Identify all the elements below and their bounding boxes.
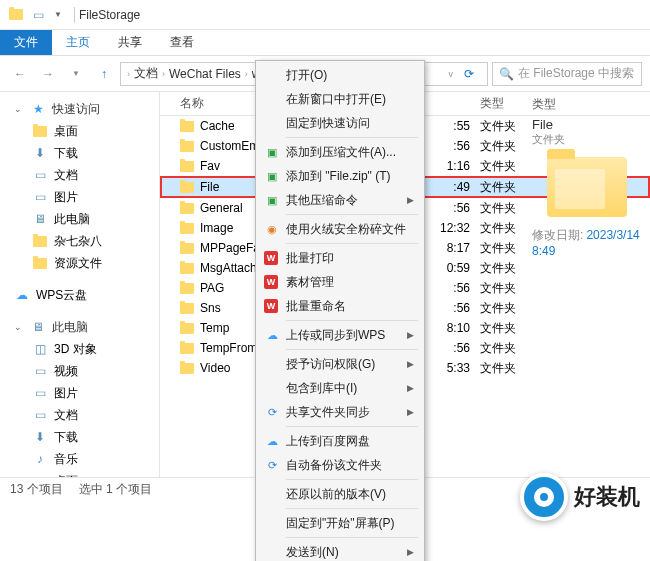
menu-share-sync[interactable]: ⟳共享文件夹同步▶: [258, 400, 422, 424]
sidebar-item-desktop2[interactable]: ▭桌面: [0, 470, 159, 477]
3d-icon: ◫: [32, 341, 48, 357]
chevron-right-icon: ▶: [407, 547, 414, 557]
context-menu: 打开(O) 在新窗口中打开(E) 固定到快速访问 ▣添加到压缩文件(A)... …: [255, 60, 425, 561]
qat-dropdown-icon[interactable]: ▼: [54, 10, 62, 19]
tab-file[interactable]: 文件: [0, 30, 52, 55]
preview-type: 文件夹: [532, 132, 642, 147]
sidebar-item-pictures2[interactable]: ▭图片: [0, 382, 159, 404]
sidebar-item-downloads[interactable]: ⬇下载: [0, 142, 159, 164]
sidebar-wps-cloud[interactable]: ☁WPS云盘: [0, 284, 159, 306]
file-type: 文件夹: [480, 340, 540, 357]
menu-open-new-window[interactable]: 在新窗口中打开(E): [258, 87, 422, 111]
archive-icon: ▣: [264, 168, 280, 184]
sidebar-item-resources[interactable]: 资源文件: [0, 252, 159, 274]
props-icon[interactable]: ▭: [30, 7, 46, 23]
file-type: 文件夹: [480, 200, 540, 217]
chevron-right-icon: ▶: [407, 195, 414, 205]
menu-batch-print[interactable]: W批量打印: [258, 246, 422, 270]
watermark-text: 好装机: [574, 482, 640, 512]
menu-send-to[interactable]: 发送到(N)▶: [258, 540, 422, 561]
chevron-right-icon: ▶: [407, 330, 414, 340]
menu-include-library[interactable]: 包含到库中(I)▶: [258, 376, 422, 400]
file-name: MsgAttach: [200, 261, 257, 275]
menu-add-zip[interactable]: ▣添加到 "File.zip" (T): [258, 164, 422, 188]
search-input[interactable]: 🔍 在 FileStorage 中搜索: [492, 62, 642, 86]
sidebar-item-pictures[interactable]: ▭图片: [0, 186, 159, 208]
tab-view[interactable]: 查看: [156, 30, 208, 55]
folder-icon: [32, 123, 48, 139]
video-icon: ▭: [32, 363, 48, 379]
chevron-right-icon: ▶: [407, 359, 414, 369]
sidebar-item-documents[interactable]: ▭文档: [0, 164, 159, 186]
sidebar-item-thispc[interactable]: 🖥此电脑: [0, 208, 159, 230]
archive-icon: ▣: [264, 192, 280, 208]
collapse-icon[interactable]: ⌄: [14, 104, 24, 114]
menu-pin-start[interactable]: 固定到"开始"屏幕(P): [258, 511, 422, 535]
sidebar-this-pc[interactable]: ⌄ 🖥 此电脑: [0, 316, 159, 338]
preview-pane: 类型 File 文件夹 修改日期: 2023/3/14 8:49: [532, 96, 642, 258]
menu-restore-previous[interactable]: 还原以前的版本(V): [258, 482, 422, 506]
menu-other-compress[interactable]: ▣其他压缩命令▶: [258, 188, 422, 212]
pc-icon: 🖥: [30, 319, 46, 335]
folder-icon: [180, 363, 194, 374]
sidebar-item-documents2[interactable]: ▭文档: [0, 404, 159, 426]
sidebar-item-3d[interactable]: ◫3D 对象: [0, 338, 159, 360]
breadcrumb-item[interactable]: 文档: [134, 65, 158, 82]
file-name: File: [200, 180, 219, 194]
collapse-icon[interactable]: ⌄: [14, 322, 24, 332]
archive-icon: ▣: [264, 144, 280, 160]
music-icon: ♪: [32, 451, 48, 467]
menu-batch-rename[interactable]: W批量重命名: [258, 294, 422, 318]
nav-recent-dropdown[interactable]: ▼: [64, 62, 88, 86]
folder-icon: [180, 182, 194, 193]
breadcrumb-item[interactable]: WeChat Files: [169, 67, 241, 81]
nav-forward-button: →: [36, 62, 60, 86]
folder-icon: [32, 255, 48, 271]
window-title: FileStorage: [79, 8, 140, 22]
menu-grant-access[interactable]: 授予访问权限(G)▶: [258, 352, 422, 376]
file-type: 文件夹: [480, 360, 540, 377]
refresh-button[interactable]: ⟳: [457, 62, 481, 86]
folder-icon: [180, 323, 194, 334]
folder-icon: [180, 243, 194, 254]
sidebar-item-misc[interactable]: 杂七杂八: [0, 230, 159, 252]
menu-upload-wps[interactable]: ☁上传或同步到WPS▶: [258, 323, 422, 347]
preview-date-label: 修改日期:: [532, 228, 583, 242]
sidebar-item-videos[interactable]: ▭视频: [0, 360, 159, 382]
column-type[interactable]: 类型: [480, 95, 540, 112]
nav-up-button[interactable]: ↑: [92, 62, 116, 86]
chevron-right-icon: ▶: [407, 407, 414, 417]
status-selected-count: 选中 1 个项目: [79, 481, 152, 498]
sidebar-item-downloads2[interactable]: ⬇下载: [0, 426, 159, 448]
tab-share[interactable]: 共享: [104, 30, 156, 55]
menu-upload-baidu[interactable]: ☁上传到百度网盘: [258, 429, 422, 453]
file-type: 文件夹: [480, 138, 540, 155]
dropdown-icon[interactable]: v: [449, 69, 454, 79]
menu-add-archive[interactable]: ▣添加到压缩文件(A)...: [258, 140, 422, 164]
search-placeholder: 在 FileStorage 中搜索: [518, 65, 634, 82]
download-icon: ⬇: [32, 429, 48, 445]
menu-pin-quick-access[interactable]: 固定到快速访问: [258, 111, 422, 135]
folder-icon: [180, 203, 194, 214]
file-type: 文件夹: [480, 260, 540, 277]
file-type: 文件夹: [480, 300, 540, 317]
nav-back-button[interactable]: ←: [8, 62, 32, 86]
tab-home[interactable]: 主页: [52, 30, 104, 55]
menu-huorong-shred[interactable]: ◉使用火绒安全粉碎文件: [258, 217, 422, 241]
file-name: Video: [200, 361, 230, 375]
file-type: 文件夹: [480, 320, 540, 337]
menu-material-manage[interactable]: W素材管理: [258, 270, 422, 294]
sidebar-quick-access[interactable]: ⌄ ★ 快速访问: [0, 98, 159, 120]
sidebar-item-desktop[interactable]: 桌面: [0, 120, 159, 142]
wps-icon: W: [264, 275, 278, 289]
file-name: Image: [200, 221, 233, 235]
wps-icon: W: [264, 299, 278, 313]
star-icon: ★: [30, 101, 46, 117]
sidebar-item-music[interactable]: ♪音乐: [0, 448, 159, 470]
picture-icon: ▭: [32, 385, 48, 401]
titlebar: ▭ ▼ FileStorage: [0, 0, 650, 30]
menu-auto-backup[interactable]: ⟳自动备份该文件夹: [258, 453, 422, 477]
cloud-icon: ☁: [264, 327, 280, 343]
menu-open[interactable]: 打开(O): [258, 63, 422, 87]
folder-icon: [180, 121, 194, 132]
